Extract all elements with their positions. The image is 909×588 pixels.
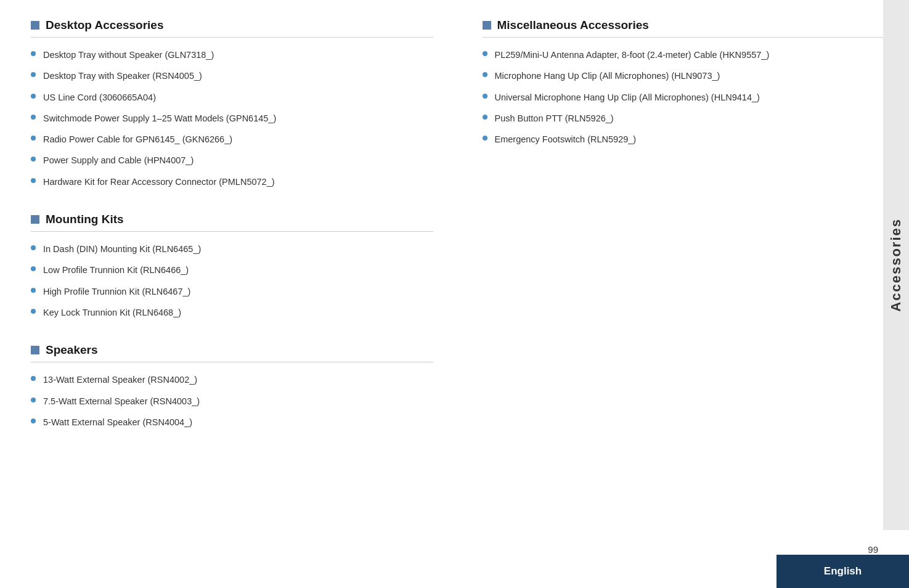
bullet-icon xyxy=(31,115,36,120)
section-divider-speakers xyxy=(31,362,433,362)
list-item: 7.5-Watt External Speaker (RSN4003_) xyxy=(31,395,433,407)
item-text: Desktop Tray without Speaker (GLN7318_) xyxy=(43,49,214,61)
list-item: In Dash (DIN) Mounting Kit (RLN6465_) xyxy=(31,243,433,255)
item-list-desktop-accessories: Desktop Tray without Speaker (GLN7318_)D… xyxy=(31,49,433,188)
bullet-icon xyxy=(31,309,36,314)
item-text: Microphone Hang Up Clip (All Microphones… xyxy=(495,70,720,82)
section-miscellaneous-accessories: Miscellaneous AccessoriesPL259/Mini-U An… xyxy=(483,18,885,145)
bullet-icon xyxy=(483,115,487,120)
item-text: Key Lock Trunnion Kit (RLN6468_) xyxy=(43,306,181,319)
side-tab-label: Accessories xyxy=(888,218,904,312)
page-number: 99 xyxy=(868,544,878,555)
section-header-mounting-kits: Mounting Kits xyxy=(31,213,433,226)
section-title-desktop-accessories: Desktop Accessories xyxy=(46,18,164,32)
item-text: Switchmode Power Supply 1–25 Watt Models… xyxy=(43,112,276,125)
list-item: Universal Microphone Hang Up Clip (All M… xyxy=(483,91,885,104)
list-item: Push Button PTT (RLN5926_) xyxy=(483,112,885,125)
list-item: High Profile Trunnion Kit (RLN6467_) xyxy=(31,285,433,298)
language-label: English xyxy=(824,565,862,578)
item-text: Low Profile Trunnion Kit (RLN6466_) xyxy=(43,264,189,276)
list-item: Emergency Footswitch (RLN5929_) xyxy=(483,133,885,145)
list-item: Switchmode Power Supply 1–25 Watt Models… xyxy=(31,112,433,125)
item-text: Push Button PTT (RLN5926_) xyxy=(495,112,614,125)
item-list-speakers: 13-Watt External Speaker (RSN4002_)7.5-W… xyxy=(31,374,433,428)
list-item: Radio Power Cable for GPN6145_ (GKN6266_… xyxy=(31,133,433,145)
right-column: Miscellaneous AccessoriesPL259/Mini-U An… xyxy=(458,18,885,570)
list-item: Desktop Tray with Speaker (RSN4005_) xyxy=(31,70,433,82)
item-list-mounting-kits: In Dash (DIN) Mounting Kit (RLN6465_)Low… xyxy=(31,243,433,319)
section-icon-mounting-kits xyxy=(31,215,39,224)
bullet-icon xyxy=(31,136,36,141)
item-text: Hardware Kit for Rear Accessory Connecto… xyxy=(43,176,275,188)
list-item: Microphone Hang Up Clip (All Microphones… xyxy=(483,70,885,82)
item-text: 7.5-Watt External Speaker (RSN4003_) xyxy=(43,395,200,407)
section-icon-desktop-accessories xyxy=(31,21,39,30)
bullet-icon xyxy=(31,419,36,423)
list-item: US Line Cord (3060665A04) xyxy=(31,91,433,104)
bullet-icon xyxy=(31,51,36,56)
list-item: 13-Watt External Speaker (RSN4002_) xyxy=(31,374,433,386)
section-divider-miscellaneous-accessories xyxy=(483,37,885,38)
side-tab: Accessories xyxy=(883,0,909,530)
bullet-icon xyxy=(31,398,36,402)
item-text: Radio Power Cable for GPN6145_ (GKN6266_… xyxy=(43,133,232,145)
list-item: Hardware Kit for Rear Accessory Connecto… xyxy=(31,176,433,188)
bullet-icon xyxy=(31,157,36,161)
item-text: US Line Cord (3060665A04) xyxy=(43,91,156,104)
section-icon-miscellaneous-accessories xyxy=(483,21,491,30)
main-content: Desktop AccessoriesDesktop Tray without … xyxy=(0,0,909,588)
item-text: PL259/Mini-U Antenna Adapter, 8-foot (2.… xyxy=(495,49,770,61)
item-text: 5-Watt External Speaker (RSN4004_) xyxy=(43,416,192,428)
bullet-icon xyxy=(31,266,36,271)
list-item: Key Lock Trunnion Kit (RLN6468_) xyxy=(31,306,433,319)
bullet-icon xyxy=(31,94,36,99)
bullet-icon xyxy=(483,72,487,77)
bullet-icon xyxy=(483,94,487,99)
bullet-icon xyxy=(31,245,36,250)
list-item: Low Profile Trunnion Kit (RLN6466_) xyxy=(31,264,433,276)
section-desktop-accessories: Desktop AccessoriesDesktop Tray without … xyxy=(31,18,433,188)
list-item: PL259/Mini-U Antenna Adapter, 8-foot (2.… xyxy=(483,49,885,61)
page-content: Desktop AccessoriesDesktop Tray without … xyxy=(0,0,909,588)
item-text: Universal Microphone Hang Up Clip (All M… xyxy=(495,91,760,104)
section-divider-mounting-kits xyxy=(31,231,433,232)
section-header-desktop-accessories: Desktop Accessories xyxy=(31,18,433,32)
list-item: Desktop Tray without Speaker (GLN7318_) xyxy=(31,49,433,61)
bullet-icon xyxy=(31,288,36,293)
left-column: Desktop AccessoriesDesktop Tray without … xyxy=(31,18,458,570)
section-mounting-kits: Mounting KitsIn Dash (DIN) Mounting Kit … xyxy=(31,213,433,319)
bullet-icon xyxy=(31,72,36,77)
item-text: 13-Watt External Speaker (RSN4002_) xyxy=(43,374,197,386)
section-title-speakers: Speakers xyxy=(46,343,98,357)
section-speakers: Speakers13-Watt External Speaker (RSN400… xyxy=(31,343,433,428)
item-text: Power Supply and Cable (HPN4007_) xyxy=(43,154,194,166)
bullet-icon xyxy=(483,136,487,141)
section-icon-speakers xyxy=(31,346,39,354)
section-header-speakers: Speakers xyxy=(31,343,433,357)
bullet-icon xyxy=(483,51,487,56)
list-item: 5-Watt External Speaker (RSN4004_) xyxy=(31,416,433,428)
item-text: High Profile Trunnion Kit (RLN6467_) xyxy=(43,285,190,298)
item-text: Desktop Tray with Speaker (RSN4005_) xyxy=(43,70,202,82)
item-list-miscellaneous-accessories: PL259/Mini-U Antenna Adapter, 8-foot (2.… xyxy=(483,49,885,145)
item-text: In Dash (DIN) Mounting Kit (RLN6465_) xyxy=(43,243,201,255)
section-title-mounting-kits: Mounting Kits xyxy=(46,213,124,226)
english-bar: English xyxy=(777,555,909,588)
section-title-miscellaneous-accessories: Miscellaneous Accessories xyxy=(497,18,649,32)
item-text: Emergency Footswitch (RLN5929_) xyxy=(495,133,637,145)
list-item: Power Supply and Cable (HPN4007_) xyxy=(31,154,433,166)
section-divider-desktop-accessories xyxy=(31,37,433,38)
section-header-miscellaneous-accessories: Miscellaneous Accessories xyxy=(483,18,885,32)
bullet-icon xyxy=(31,178,36,183)
bullet-icon xyxy=(31,376,36,381)
